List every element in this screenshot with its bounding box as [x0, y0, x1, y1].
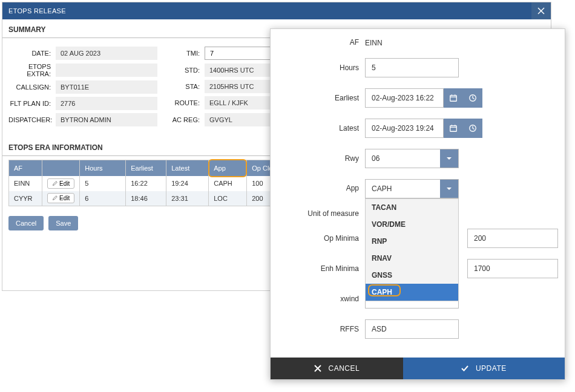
app-option[interactable]: CAPH [366, 284, 458, 301]
chevron-down-icon [446, 155, 452, 162]
latest-input[interactable] [365, 119, 444, 138]
th-earliest[interactable]: Earliest [126, 160, 166, 176]
window-title: ETOPS RELEASE [2, 7, 66, 15]
edit-row-button[interactable]: Edit [47, 193, 74, 203]
rwy-selected: 06 [366, 149, 440, 168]
acreg-label: AC REG: [168, 116, 205, 123]
rwy-select[interactable]: 06 [365, 149, 459, 168]
hours-label: Hours [271, 64, 365, 72]
app-selected: CAPH [366, 180, 440, 198]
af-label: AF [271, 38, 365, 47]
callsign-label: CALLSIGN: [8, 83, 56, 91]
sta-label: STA: [168, 83, 205, 90]
summary-col-1: DATE: 02 AUG 2023 ETOPS EXTRA: CALLSIGN:… [8, 47, 157, 126]
window-close-button[interactable] [531, 2, 551, 19]
panel-update-label: UPDATE [476, 364, 507, 373]
panel-footer: CANCEL UPDATE [271, 358, 565, 379]
opmin-b-input[interactable] [467, 229, 558, 248]
save-button[interactable]: Save [48, 216, 78, 230]
rffs-input[interactable] [365, 319, 459, 339]
flt-plan-label: FLT PLAN ID: [8, 100, 56, 107]
uom-label: Unit of measure [271, 209, 365, 218]
latest-calendar-button[interactable] [444, 119, 463, 138]
panel-update-button[interactable]: UPDATE [403, 358, 565, 379]
dispatcher-value: BYTRON ADMIN [56, 113, 157, 126]
cell-af: EINN [9, 176, 42, 191]
earliest-group [365, 88, 551, 108]
earliest-label: Earliest [271, 94, 365, 102]
app-label: App [271, 179, 365, 192]
svg-rect-7 [450, 126, 457, 132]
close-icon [314, 365, 321, 372]
xwind-label: xwind [271, 295, 365, 303]
pencil-icon [52, 181, 58, 186]
pencil-icon [52, 195, 58, 201]
th-af[interactable]: AF [9, 160, 42, 176]
etops-extra-label: ETOPS EXTRA: [8, 63, 56, 77]
app-option[interactable]: VOR/DME [366, 216, 458, 233]
date-label: DATE: [8, 50, 56, 57]
edit-panel: AF EINN Hours Earliest Latest [270, 28, 565, 380]
th-edit[interactable] [42, 160, 80, 176]
th-latest[interactable]: Latest [166, 160, 209, 176]
app-dropdown: TACANVOR/DMERNPRNAVGNSSCAPH [365, 198, 459, 301]
app-option[interactable]: RNP [366, 233, 458, 250]
cell-latest: 19:24 [166, 176, 209, 191]
earliest-calendar-button[interactable] [444, 88, 463, 108]
clock-icon [468, 94, 477, 102]
latest-label: Latest [271, 124, 365, 132]
latest-group [365, 119, 551, 138]
app-select[interactable]: CAPH TACANVOR/DMERNPRNAVGNSSCAPH [365, 179, 459, 198]
rwy-label: Rwy [271, 154, 365, 163]
cell-latest: 23:31 [166, 191, 209, 206]
close-icon [537, 7, 545, 15]
th-hours[interactable]: Hours [80, 160, 126, 176]
date-value: 02 AUG 2023 [56, 47, 157, 60]
app-caret [440, 180, 458, 198]
std-label: STD: [168, 67, 205, 74]
opmin-label: Op Minima [271, 234, 365, 243]
cell-hours: 5 [80, 176, 126, 191]
app-option-highlight [368, 284, 401, 296]
cell-earliest: 18:46 [126, 191, 166, 206]
af-value: EINN [365, 38, 551, 47]
earliest-input[interactable] [365, 88, 444, 108]
dispatcher-label: DISPATCHER: [8, 116, 56, 123]
th-app[interactable]: App [209, 160, 247, 176]
titlebar: ETOPS RELEASE [2, 2, 551, 19]
earliest-clock-button[interactable] [463, 88, 482, 108]
th-app-label: App [214, 165, 226, 172]
check-icon [461, 365, 468, 372]
app-option[interactable]: TACAN [366, 199, 458, 216]
callsign-value: BYT011E [56, 80, 157, 94]
cell-earliest: 16:22 [126, 176, 166, 191]
edit-row-button[interactable]: Edit [47, 178, 74, 189]
cell-hours: 6 [80, 191, 126, 206]
clock-icon [468, 124, 477, 132]
cancel-button[interactable]: Cancel [8, 216, 44, 230]
chevron-down-icon [446, 186, 452, 192]
tmi-label: TMI: [168, 50, 205, 57]
cell-app: CAPH [209, 176, 247, 191]
panel-cancel-label: CANCEL [329, 364, 360, 373]
app-option[interactable]: GNSS [366, 267, 458, 284]
calendar-icon [449, 124, 458, 132]
edit-label: Edit [59, 180, 70, 187]
edit-form: AF EINN Hours Earliest Latest [271, 29, 565, 358]
cell-edit: Edit [42, 176, 80, 191]
edit-label: Edit [59, 195, 70, 201]
cell-app: LOC [209, 191, 247, 206]
panel-cancel-button[interactable]: CANCEL [271, 358, 403, 379]
enhmin-label: Enh Minima [271, 264, 365, 273]
cell-af: CYYR [9, 191, 42, 206]
rffs-label: RFFS [271, 325, 365, 333]
hours-input[interactable] [365, 58, 459, 77]
etops-extra-value [56, 64, 157, 77]
rwy-caret [440, 149, 458, 168]
calendar-icon [449, 94, 458, 102]
enhmin-b-input[interactable] [467, 259, 558, 278]
latest-clock-button[interactable] [463, 119, 482, 138]
app-option[interactable]: RNAV [366, 250, 458, 267]
flt-plan-value: 2776 [56, 97, 157, 110]
cell-edit: Edit [42, 191, 80, 206]
